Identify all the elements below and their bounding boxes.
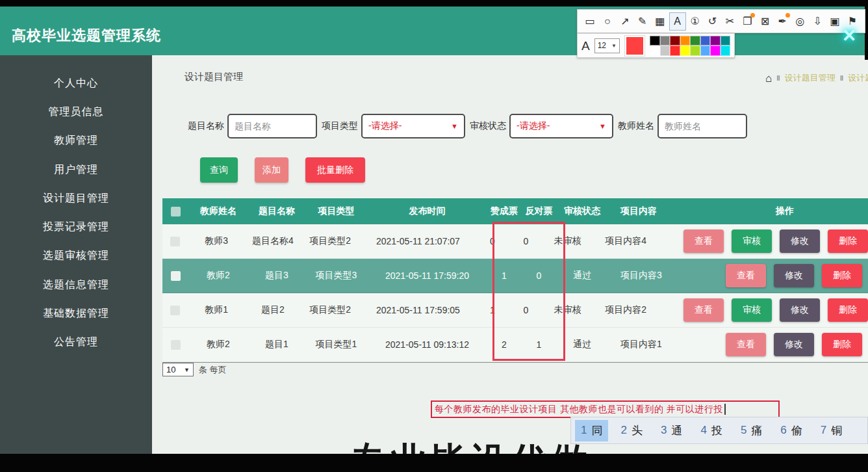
palette-color-5[interactable] bbox=[690, 36, 700, 46]
palette-color-6[interactable] bbox=[700, 36, 711, 46]
filter-input-1[interactable] bbox=[227, 114, 317, 138]
ime-candidate-1[interactable]: 1同 bbox=[575, 420, 608, 441]
close-annotation-button[interactable]: ✕ bbox=[838, 25, 860, 47]
palette-color-9[interactable] bbox=[650, 46, 660, 56]
candidate-text: 同 bbox=[591, 423, 602, 438]
annotation-font-toolbar: A 12 ▼ bbox=[577, 33, 735, 58]
cut-tool[interactable]: ✂ bbox=[722, 12, 739, 31]
ime-candidate-6[interactable]: 6偷 bbox=[774, 420, 808, 441]
ime-candidate-bar: 1同2头3通4投5痛6偷7铜 bbox=[570, 417, 868, 444]
filter-select-3[interactable]: -请选择-▼ bbox=[509, 114, 613, 138]
text-tool[interactable]: A bbox=[669, 12, 686, 31]
select-value: -请选择- bbox=[368, 120, 402, 132]
breadcrumb-link-1[interactable]: 设计题目管理 bbox=[785, 72, 836, 84]
annotation-note-box[interactable]: 每个教师发布的毕业设计项目 其他教师也是可以看到的 并可以进行投 bbox=[431, 400, 780, 418]
rectangle-tool[interactable]: ▭ bbox=[581, 12, 598, 31]
del-button[interactable]: 删除 bbox=[822, 333, 862, 356]
del-button[interactable]: 删除 bbox=[828, 229, 868, 253]
font-size-select[interactable]: 12 ▼ bbox=[594, 38, 620, 53]
chevron-down-icon: ▼ bbox=[599, 122, 606, 130]
candidate-text: 投 bbox=[711, 423, 722, 438]
sidebar-item-2[interactable]: 管理员信息 bbox=[0, 98, 152, 126]
cell-type: 项目类型1 bbox=[305, 339, 367, 350]
palette-color-2[interactable] bbox=[660, 36, 670, 46]
sidebar-item-4[interactable]: 用户管理 bbox=[0, 155, 152, 184]
home-icon[interactable]: ⌂ bbox=[765, 73, 772, 84]
ellipse-tool[interactable]: ○ bbox=[599, 12, 616, 31]
del-button[interactable]: 删除 bbox=[822, 264, 862, 287]
arrow-tool[interactable]: ↗ bbox=[617, 12, 633, 31]
palette-color-8[interactable] bbox=[721, 36, 731, 46]
sidebar-item-10[interactable]: 公告管理 bbox=[0, 328, 152, 357]
row-checkbox[interactable] bbox=[171, 340, 181, 350]
ime-candidate-4[interactable]: 4投 bbox=[695, 420, 728, 441]
current-color-swatch[interactable] bbox=[624, 35, 645, 57]
view-button[interactable]: 查看 bbox=[726, 333, 766, 356]
search-button[interactable]: 查询 bbox=[200, 157, 238, 183]
candidate-number: 1 bbox=[581, 424, 587, 437]
record-tool[interactable]: ◎ bbox=[791, 12, 808, 31]
palette-color-16[interactable] bbox=[721, 46, 731, 56]
filter-select-2[interactable]: -请选择-▼ bbox=[361, 114, 465, 138]
palette-color-1[interactable] bbox=[650, 36, 660, 46]
batch-delete-button[interactable]: 批量删除 bbox=[305, 157, 365, 183]
ime-candidate-2[interactable]: 2头 bbox=[615, 420, 648, 441]
palette-color-12[interactable] bbox=[680, 46, 691, 56]
page-size-value: 10 bbox=[166, 365, 175, 374]
view-button[interactable]: 查看 bbox=[726, 264, 766, 287]
audit-button[interactable]: 审核 bbox=[732, 298, 772, 322]
sidebar-item-5[interactable]: 设计题目管理 bbox=[0, 184, 152, 213]
edit-button[interactable]: 修改 bbox=[774, 333, 814, 356]
edit-button[interactable]: 修改 bbox=[780, 298, 820, 322]
row-checkbox[interactable] bbox=[170, 237, 180, 246]
breadcrumb-link-2[interactable]: 设计题目管理 bbox=[848, 72, 868, 84]
number-marker-tool[interactable]: ① bbox=[687, 12, 704, 31]
crop-close-tool[interactable]: ⊠ bbox=[756, 12, 773, 31]
ime-candidate-5[interactable]: 5痛 bbox=[735, 420, 768, 441]
page-size-select[interactable]: 10 ▼ bbox=[162, 363, 194, 376]
view-button[interactable]: 查看 bbox=[683, 229, 724, 253]
palette-color-15[interactable] bbox=[710, 46, 721, 56]
add-button[interactable]: 添加 bbox=[255, 157, 288, 183]
del-button[interactable]: 删除 bbox=[828, 298, 868, 322]
row-checkbox[interactable] bbox=[171, 271, 181, 281]
cell-up: 2 bbox=[487, 339, 521, 350]
cell-time: 2021-05-11 17:59:20 bbox=[367, 270, 487, 281]
row-checkbox[interactable] bbox=[170, 306, 180, 315]
cell-content: 项目内容3 bbox=[607, 270, 702, 282]
palette-color-3[interactable] bbox=[670, 36, 680, 46]
select-all-checkbox[interactable] bbox=[171, 207, 181, 216]
sidebar-item-1[interactable]: 个人中心 bbox=[0, 69, 152, 98]
annotation-toolbar: ▭○↗✎▦A①↺✂❐⊠✒◎⇩▣⚑ bbox=[577, 9, 865, 33]
cell-time: 2021-05-11 21:07:07 bbox=[360, 236, 476, 246]
sidebar-item-7[interactable]: 选题审核管理 bbox=[0, 242, 152, 270]
ellipse-tool-glyph: ○ bbox=[604, 16, 611, 27]
ime-candidate-3[interactable]: 3通 bbox=[655, 420, 688, 441]
screen: 高校毕业选题管理系统 个人中心管理员信息教师管理用户管理设计题目管理投票记录管理… bbox=[0, 0, 868, 472]
palette-color-13[interactable] bbox=[690, 46, 700, 56]
edit-button[interactable]: 修改 bbox=[774, 264, 814, 287]
cell-topic: 题目1 bbox=[248, 339, 305, 350]
sidebar-item-8[interactable]: 选题信息管理 bbox=[0, 270, 152, 299]
palette-color-4[interactable] bbox=[680, 36, 691, 46]
undo-tool[interactable]: ↺ bbox=[704, 12, 721, 31]
palette-color-14[interactable] bbox=[700, 46, 711, 56]
audit-button[interactable]: 审核 bbox=[732, 229, 772, 253]
copy-tool[interactable]: ❐ bbox=[739, 12, 756, 31]
ime-candidate-7[interactable]: 7铜 bbox=[815, 420, 848, 441]
pencil-tool[interactable]: ✎ bbox=[634, 12, 651, 31]
pin-tool[interactable]: ✒ bbox=[774, 12, 791, 31]
palette-color-7[interactable] bbox=[710, 36, 721, 46]
column-header-5: 赞成票 bbox=[487, 205, 521, 217]
palette-color-10[interactable] bbox=[660, 46, 670, 56]
edit-button[interactable]: 修改 bbox=[780, 229, 820, 253]
view-button[interactable]: 查看 bbox=[683, 298, 724, 322]
download-tool[interactable]: ⇩ bbox=[809, 12, 826, 31]
sidebar-item-6[interactable]: 投票记录管理 bbox=[0, 213, 152, 241]
mosaic-tool[interactable]: ▦ bbox=[652, 12, 669, 31]
cell-status: 未审核 bbox=[543, 304, 592, 316]
filter-input-4[interactable] bbox=[657, 114, 747, 138]
sidebar-item-3[interactable]: 教师管理 bbox=[0, 127, 152, 155]
sidebar-item-9[interactable]: 基础数据管理 bbox=[0, 299, 152, 328]
palette-color-11[interactable] bbox=[670, 46, 680, 56]
